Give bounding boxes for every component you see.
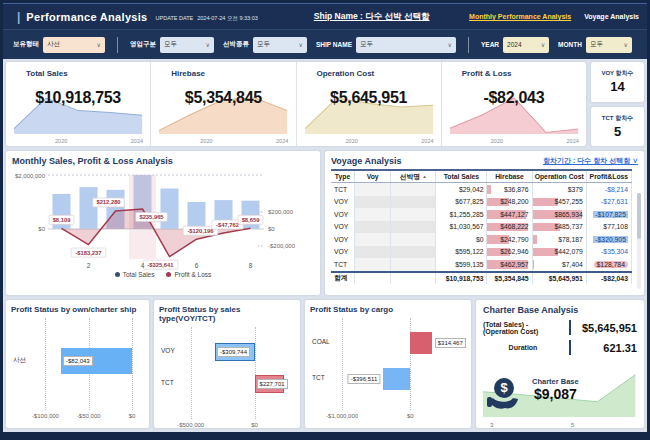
bar-COAL[interactable] xyxy=(410,332,431,354)
nav-monthly-performance[interactable]: Monthly Performance Analysis xyxy=(469,13,571,20)
cell: $1,030,567 xyxy=(436,221,487,234)
filter-dropdown-보유형태[interactable]: 사선∨ xyxy=(43,37,105,53)
charter-formula-label: (Total Sales) - (Operation Cost) xyxy=(483,321,563,335)
cell-value: $595,122 xyxy=(455,248,483,255)
cell-value: $1,030,567 xyxy=(449,223,483,230)
total-sales-bar-m6[interactable] xyxy=(188,202,206,229)
filter-dropdown-SHIP NAME[interactable]: 모두∨ xyxy=(356,37,456,53)
bar-TCT[interactable] xyxy=(383,368,410,390)
kpi-tile-total-sales: Total Sales$10,918,75320202024 xyxy=(6,62,150,146)
total-cell xyxy=(355,273,391,284)
cell xyxy=(355,221,391,234)
column-header-label: Total Sales xyxy=(444,173,479,180)
sort-asc-icon[interactable]: ▲ xyxy=(422,174,426,179)
total-sales-bar-m2[interactable] xyxy=(80,187,98,229)
legend-dot xyxy=(166,272,171,277)
monthly-analysis-panel: Monthly Sales, Profit & Loss Analysis $8… xyxy=(5,150,321,296)
legend-item-profit-loss[interactable]: Profit & Loss xyxy=(166,271,211,278)
table-row[interactable]: VOY$677,825$248,200$457,255-$27,631 xyxy=(331,196,632,209)
update-date: UPDATE DATE 2024-07-24 오전 9:33:03 xyxy=(156,15,258,22)
cell-value: $0 xyxy=(476,236,484,243)
bar-value-label: -$82,043 xyxy=(63,356,93,366)
filter-group: 영업구분모두∨ xyxy=(130,37,214,53)
filter-selected-value: 모두 xyxy=(257,40,270,49)
kpi-title: Operation Cost xyxy=(317,69,375,78)
table-row[interactable]: TCT$29,042$36,876$379-$8,214 xyxy=(331,183,632,196)
cell: TCT xyxy=(331,183,355,196)
total-cell-value: 합계 xyxy=(334,273,348,283)
cell: $599,135 xyxy=(436,258,487,271)
cell-value: $442,079 xyxy=(554,248,582,255)
legend-item-total-sales[interactable]: Total Sales xyxy=(115,271,155,278)
category-label-TCT: TCT xyxy=(312,374,325,381)
cell-value: -$27,631 xyxy=(601,198,628,205)
column-header-label: 선박명 xyxy=(400,172,420,182)
axis-tick-label: $0 xyxy=(129,413,136,419)
filter-dropdown-선박종류[interactable]: 모두∨ xyxy=(253,37,307,53)
total-sales-bar-m8[interactable] xyxy=(242,201,260,229)
column-header-label: Profit&Loss xyxy=(590,173,629,180)
column-header-label: Type xyxy=(335,173,350,180)
table-scrollbar-thumb[interactable] xyxy=(637,193,641,239)
kpi-year-start: 2020 xyxy=(200,138,212,144)
left-axis-tick: $0 xyxy=(38,226,45,232)
chevron-down-icon: ∨ xyxy=(541,41,545,48)
cell xyxy=(355,258,391,271)
charter-x-tick: 3 xyxy=(490,422,493,428)
tct-count-label: TCT 항차수 xyxy=(602,114,633,123)
filter-dropdown-MONTH[interactable]: 모두∨ xyxy=(586,37,632,53)
total-cell: 합계 xyxy=(331,273,355,284)
table-row[interactable]: VOY$0$242,790$78,187-$320,905 xyxy=(331,233,632,246)
cell xyxy=(391,233,436,246)
voyage-period-link[interactable]: 항차기간 : 다수 항차 선택함 ∨ xyxy=(543,156,638,166)
voyage-analysis-panel: Voyage Analysis 항차기간 : 다수 항차 선택함 ∨ TypeV… xyxy=(324,150,645,296)
cell-value: $468,222 xyxy=(500,223,528,230)
table-row[interactable]: TCT$599,135$462,957$7,404$128,784 xyxy=(331,258,632,271)
cell-value: VOY xyxy=(334,198,348,205)
chevron-down-icon: ∨ xyxy=(624,41,628,48)
cell: TCT xyxy=(331,258,355,271)
dashboard-content: Total Sales$10,918,75320202024Hirebase$5… xyxy=(3,59,647,432)
point-label: $235,965 xyxy=(139,214,164,220)
cell: VOY xyxy=(331,233,355,246)
total-sales-bar-m5[interactable] xyxy=(161,189,179,230)
cell-value: VOY xyxy=(334,211,348,218)
kpi-tile-hirebase: Hirebase$5,354,84520202024 xyxy=(150,62,295,146)
point-label: $8,659 xyxy=(242,217,261,223)
cell: $457,255 xyxy=(533,196,587,209)
cell-value: $599,135 xyxy=(455,261,483,268)
axis-gridline xyxy=(45,318,46,410)
x-axis-tick: 6 xyxy=(195,262,199,269)
point-label: -$47,762 xyxy=(216,222,239,228)
own-charter-chart-title: Profit Status by own/charter ship xyxy=(11,305,144,314)
total-cell xyxy=(391,273,436,284)
monthly-chart-legend: Total SalesProfit & Loss xyxy=(12,271,314,278)
cell-value: $36,876 xyxy=(504,186,529,193)
table-row[interactable]: VOY$595,122$262,946$442,079-$35,304 xyxy=(331,246,632,259)
profit-sales-type-panel: Profit Status by sales type(VOY/TCT) -$3… xyxy=(153,299,301,429)
nav-voyage-analysis[interactable]: Voyage Analysis xyxy=(584,13,639,20)
opcost-data-bar xyxy=(533,235,537,244)
category-label-TCT: TCT xyxy=(161,379,174,386)
monthly-chart-title: Monthly Sales, Profit & Loss Analysis xyxy=(12,156,314,166)
axis-gridline xyxy=(255,327,256,419)
filter-group: MONTH모두∨ xyxy=(558,37,632,53)
svg-text:$: $ xyxy=(500,380,508,395)
plot-area: -$82,043 xyxy=(35,318,139,410)
table-row[interactable]: VOY$1,030,567$468,222$485,737$77,108 xyxy=(331,221,632,234)
filter-selected-value: 모두 xyxy=(590,40,603,49)
category-label-COAL: COAL xyxy=(312,338,330,345)
cell-value: -$320,905 xyxy=(593,236,628,243)
ship-name-link[interactable]: Ship Name : 다수 선박 선택함 xyxy=(314,11,430,23)
charter-formula-value: $5,645,951 xyxy=(577,322,637,334)
total-cell-value: $5,354,845 xyxy=(495,275,529,282)
axis-tick-label: -$1,000,000 xyxy=(326,413,358,419)
filter-dropdown-영업구분[interactable]: 모두∨ xyxy=(160,37,214,53)
cell-value: VOY xyxy=(334,248,348,255)
kpi-year-end: 2024 xyxy=(567,138,579,144)
cell-value: $7,404 xyxy=(562,261,583,268)
charter-duration-row: Duration 621.31 xyxy=(483,340,637,355)
page-title: Performance Analysis xyxy=(26,11,147,23)
filter-dropdown-YEAR[interactable]: 2024∨ xyxy=(503,37,549,53)
table-row[interactable]: VOY$1,255,285$447,127$865,934-$107,825 xyxy=(331,208,632,221)
